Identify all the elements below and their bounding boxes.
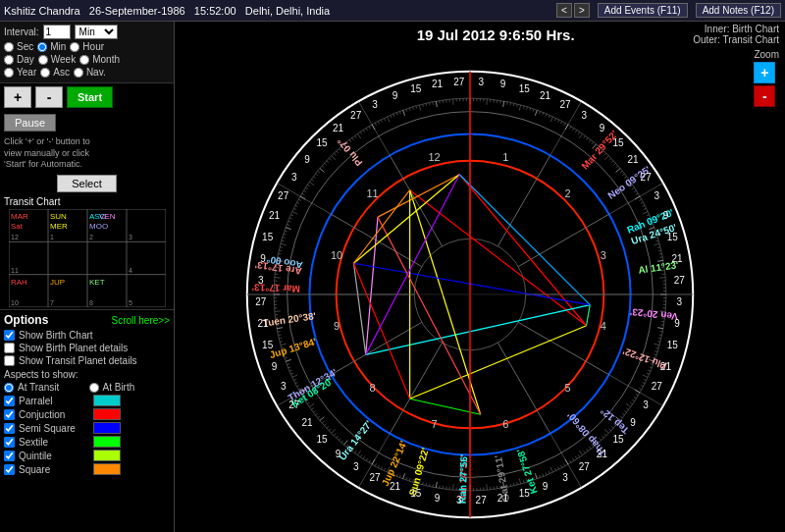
nav-prev-button[interactable]: < [556,3,572,18]
pause-button[interactable]: Pause [4,114,56,132]
square-checkbox[interactable] [4,464,15,475]
month-label: Month [92,54,120,65]
semi-square-checkbox[interactable] [4,423,15,434]
nav-next-button[interactable]: > [574,3,590,18]
parralel-label: Parralel [19,396,89,406]
aspect-sextile-row: Sextile [4,436,170,448]
week-radio-group: Week [38,54,76,65]
chart-header: 19 Jul 2012 9:6:50 Hrs. Inner: Birth Cha… [175,22,785,47]
show-transit-planet-label: Show Transit Planet details [19,355,137,366]
zoom-plus-button[interactable]: + [754,62,775,83]
semi-square-color [93,422,121,434]
inner-label: Inner: Birth Chart [705,24,779,34]
chart-datetime: 19 Jul 2012 9:6:50 Hrs. [298,27,693,43]
options-title: Options [4,313,48,327]
start-button[interactable]: Start [67,86,113,108]
year-radio-group: Year [4,67,36,78]
sec-radio[interactable] [4,42,14,52]
username: Kshitiz Chandra [4,5,80,17]
aspect-quintile-row: Quintile [4,450,170,461]
sec-label: Sec [17,41,33,52]
minus-button[interactable]: - [35,86,63,108]
month-radio-group: Month [79,54,120,65]
mini-chart-canvas [9,209,166,307]
parralel-checkbox[interactable] [4,396,15,406]
nav-label: Nav. [86,67,106,78]
unit-select[interactable]: Sec Min Hour [75,25,118,39]
asc-radio[interactable] [40,68,50,78]
nav-arrows: < > [556,3,590,18]
quintile-color [93,450,121,461]
add-notes-button[interactable]: Add Notes (F12) [696,3,781,18]
min-radio-group: Min [37,41,66,52]
nav-radio[interactable] [74,68,83,78]
quintile-label: Quintile [19,451,89,461]
square-label: Square [19,464,89,475]
transit-mini-section: Transit Chart [0,194,174,310]
semi-square-label: Semi Square [19,423,89,434]
show-birth-planet-checkbox[interactable] [4,343,15,353]
chart-area: 19 Jul 2012 9:6:50 Hrs. Inner: Birth Cha… [175,22,785,532]
add-events-button[interactable]: Add Events (F11) [598,3,688,18]
aspect-semi-square-row: Semi Square [4,422,170,434]
sextile-label: Sextile [19,437,89,448]
show-transit-planet-checkbox[interactable] [4,355,15,366]
square-color [93,463,121,475]
week-label: Week [51,54,76,65]
aspect-square-row: Square [4,463,170,475]
options-section: Options Scroll here>> Show Birth Chart S… [0,310,174,532]
birthdate: 26-September-1986 [89,5,185,17]
conjuction-label: Conjuction [19,409,89,420]
inner-outer-label: Inner: Birth Chart Outer: Transit Chart [693,24,779,45]
show-birth-planet-row: Show Birth Planet details [4,343,170,353]
conjuction-checkbox[interactable] [4,409,15,420]
month-radio[interactable] [79,55,89,65]
show-birth-chart-row: Show Birth Chart [4,330,170,341]
interval-value-input[interactable] [43,25,71,39]
transit-chart-title: Transit Chart [4,196,170,207]
plus-minus-row: + - Start [0,83,174,111]
conjuction-color [93,408,121,420]
nav-radio-group: Nav. [74,67,106,78]
select-button[interactable]: Select [57,175,117,192]
show-birth-chart-checkbox[interactable] [4,330,15,341]
sextile-color [93,436,121,448]
sec-radio-group: Sec [4,41,33,52]
chart-canvas-container [175,47,785,532]
options-header: Options Scroll here>> [4,313,170,327]
year-radio[interactable] [4,68,14,78]
main-layout: Interval: Sec Min Hour Sec Min [0,22,785,532]
hint-text: Click '+' or '-' button toview manually … [0,134,174,173]
interval-label: Interval: [4,27,39,37]
parralel-color [93,395,121,406]
mini-chart-container [4,209,170,307]
birth-time: 15:52:00 [194,5,236,17]
day-radio[interactable] [4,55,14,65]
aspect-parralel-row: Parralel [4,395,170,406]
aspects-toggle-row: At Transit At Birth [4,382,170,393]
topbar: Kshitiz Chandra 26-September-1986 15:52:… [0,0,785,22]
hour-radio[interactable] [70,42,79,52]
hour-radio-group: Hour [70,41,104,52]
quintile-checkbox[interactable] [4,451,15,461]
at-transit-label: At Transit [18,382,85,393]
outer-label: Outer: Transit Chart [693,34,779,45]
asc-radio-group: Asc [40,67,70,78]
sextile-checkbox[interactable] [4,437,15,448]
scroll-link[interactable]: Scroll here>> [112,315,170,326]
min-label: Min [50,41,66,52]
at-transit-radio[interactable] [4,383,14,393]
week-radio[interactable] [38,55,48,65]
at-birth-radio[interactable] [89,383,99,393]
zoom-minus-button[interactable]: - [754,85,775,107]
aspects-title: Aspects to show: [4,369,170,380]
astro-chart-canvas [175,47,785,532]
show-transit-planet-row: Show Transit Planet details [4,355,170,366]
min-radio[interactable] [37,42,47,52]
plus-button[interactable]: + [4,86,31,108]
asc-label: Asc [53,67,70,78]
left-panel: Interval: Sec Min Hour Sec Min [0,22,175,532]
show-birth-planet-label: Show Birth Planet details [19,343,128,353]
location: Delhi, Delhi, India [245,5,330,17]
zoom-controls: Zoom + - [754,49,779,107]
